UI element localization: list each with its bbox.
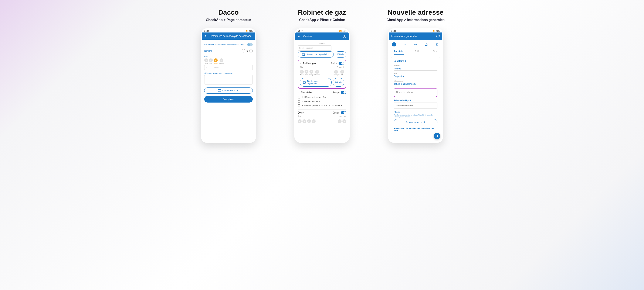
state-a-nettoyer-icon[interactable]: ✕ xyxy=(334,70,338,74)
tab-info-icon[interactable] xyxy=(392,42,396,46)
decrement-button[interactable]: − xyxy=(242,49,245,52)
state-bon-icon[interactable]: ★ xyxy=(304,70,308,74)
tab-document-icon[interactable] xyxy=(435,42,439,46)
state-mauvais-icon[interactable]: ✕ xyxy=(220,58,224,62)
tab-bien[interactable]: Bien xyxy=(432,50,437,54)
battery-label: 42% xyxy=(436,30,440,32)
bloc-evier-section: ⌄ Bloc évier Équipé L'élément est en bon… xyxy=(298,91,346,108)
bloc-evier-title: Bloc évier xyxy=(301,91,312,94)
back-arrow-icon[interactable] xyxy=(298,35,301,38)
check-label: L'élément est neuf xyxy=(302,100,320,103)
state-icons: ★ Neuf ★ Bon ✓ Usage ✕ Mauvais xyxy=(204,58,253,64)
add-degradation-button[interactable]: Ajouter une dégradation xyxy=(300,78,332,87)
raison-select[interactable]: Non communiqué ⌄ xyxy=(394,103,438,109)
section-title: Robinet de gaz xyxy=(298,8,346,16)
nombre-label: Nombre xyxy=(204,50,212,52)
state-neuf-icon[interactable]: ★ xyxy=(204,58,208,62)
add-photo-button[interactable]: Ajouter une photo xyxy=(204,87,253,94)
help-icon[interactable]: ? xyxy=(436,35,440,38)
add-photo-button[interactable]: Ajouter une photo xyxy=(394,119,438,125)
details-button[interactable]: Détails xyxy=(335,51,346,57)
tab-bailleur[interactable]: Bailleur xyxy=(415,50,422,54)
comment-textarea[interactable] xyxy=(204,75,253,84)
state-bon-icon[interactable]: ★ xyxy=(209,58,213,62)
state-mauvais-label: Mauvais xyxy=(314,74,320,76)
camera-icon xyxy=(302,53,305,56)
add-degradation-button[interactable]: Ajouter une dégradation xyxy=(298,51,334,57)
chevron-down-icon: ⌄ xyxy=(433,104,435,107)
state-neuf-icon[interactable]: ★ xyxy=(300,70,304,74)
page-title: Cuisine xyxy=(303,35,340,38)
chevron-down-icon[interactable]: ⌄ xyxy=(298,91,300,94)
details-button[interactable]: Détails xyxy=(333,78,344,87)
nouvelle-adresse-field[interactable]: Nouvelle adresse xyxy=(396,90,435,94)
equipe-toggle[interactable] xyxy=(341,111,346,114)
camera-icon xyxy=(218,89,221,92)
equipe-toggle[interactable] xyxy=(341,91,346,94)
chevron-up-icon[interactable]: ⌃ xyxy=(436,59,438,62)
state-icon[interactable]: ★ xyxy=(342,119,346,123)
svg-point-2 xyxy=(414,44,415,45)
section-nouvelle-adresse: Nouvelle adresse CheckApp > Informations… xyxy=(380,8,452,143)
state-neuf-label: Neuf xyxy=(300,74,304,76)
raison-value: Non communiqué xyxy=(396,104,412,107)
phone-content: Locataire 1 ⌃ Prénom Hedley Nom Carpente… xyxy=(389,54,442,142)
state-usage-icon[interactable]: ✓ xyxy=(310,70,313,74)
increment-button[interactable]: + xyxy=(249,49,253,52)
help-icon[interactable]: ? xyxy=(343,35,346,38)
fab-add-person[interactable] xyxy=(434,133,440,139)
back-arrow-icon[interactable] xyxy=(204,35,207,37)
chevron-down-icon[interactable]: ⌄ xyxy=(300,62,302,64)
robinet-title: Robinet gaz xyxy=(303,62,316,64)
state-mauvais-icon[interactable]: ✕ xyxy=(315,70,319,74)
state-icon[interactable]: ✕ xyxy=(312,119,316,123)
checkbox-icon xyxy=(298,104,300,107)
svg-point-4 xyxy=(437,135,438,136)
fonctionnement-input[interactable]: Fonctionnement xyxy=(204,65,253,70)
etat-label: État xyxy=(204,55,253,57)
section-robinet: Robinet de gaz CheckApp > Pièce > Cuisin… xyxy=(286,8,358,143)
phone-frame: 14:27 📶 42% Détecteurs de monoxyde de ca… xyxy=(201,28,256,143)
nom-field[interactable]: Carpenter xyxy=(394,74,438,78)
camera-icon xyxy=(405,121,408,123)
state-bon-label: Bon xyxy=(305,74,308,76)
fonctionnement-input[interactable]: Fonctionnement xyxy=(298,45,332,50)
signal-icon: 📶 xyxy=(339,30,342,32)
prenom-field[interactable]: Hedley xyxy=(394,67,438,71)
tab-key-icon[interactable] xyxy=(414,42,418,46)
state-a-nettoyer-label: À nettoyer xyxy=(333,74,340,76)
add-degradation-label: Ajouter une dégradation xyxy=(307,80,329,85)
tab-chart-icon[interactable] xyxy=(403,42,407,46)
state-ok-icon[interactable]: ★ xyxy=(340,70,344,74)
absence-toggle[interactable] xyxy=(247,43,253,46)
state-icon[interactable]: ★ xyxy=(302,119,306,123)
partial-top-label: nettoyer xyxy=(298,42,346,44)
state-icon[interactable]: ★ xyxy=(298,119,302,123)
divider xyxy=(298,109,346,110)
state-icon[interactable]: ✓ xyxy=(307,119,311,123)
add-photo-label: Ajouter une photo xyxy=(409,121,426,123)
checklist-item[interactable]: L'élément est en bon état xyxy=(298,95,346,99)
breadcrumb: CheckApp > Pièce > Cuisine xyxy=(299,18,345,22)
breadcrumb: CheckApp > Informations générales xyxy=(386,18,444,22)
battery-label: 41% xyxy=(342,30,346,32)
equipe-toggle[interactable] xyxy=(338,62,344,65)
equipe-label: Équipé xyxy=(333,91,340,94)
radio-icon xyxy=(298,96,300,98)
nombre-value: 0 xyxy=(246,49,248,52)
checklist-item[interactable]: L'élément est neuf xyxy=(298,99,346,104)
state-usage-label: Usage xyxy=(309,74,314,76)
evier-section: Évier Équipé État Propreté ★ xyxy=(298,111,346,124)
state-usage-icon[interactable]: ✓ xyxy=(214,58,218,62)
status-bar: 14:47 📶 41% xyxy=(295,29,349,32)
evier-title: Évier xyxy=(298,111,304,114)
tab-locataire[interactable]: Locataire xyxy=(394,50,404,54)
status-bar: 14:27 📶 42% xyxy=(202,29,255,32)
email-field[interactable]: dotu@mailinator.com xyxy=(394,82,438,86)
state-icon[interactable]: ✕ xyxy=(338,119,342,123)
checklist-item[interactable]: L'élément présente un état de propreté O… xyxy=(298,104,346,108)
app-header: Cuisine ? xyxy=(295,32,349,40)
save-button[interactable]: Enregistrer xyxy=(204,96,253,103)
tab-home-icon[interactable] xyxy=(424,42,428,46)
signal-icon: 📶 xyxy=(433,30,435,32)
